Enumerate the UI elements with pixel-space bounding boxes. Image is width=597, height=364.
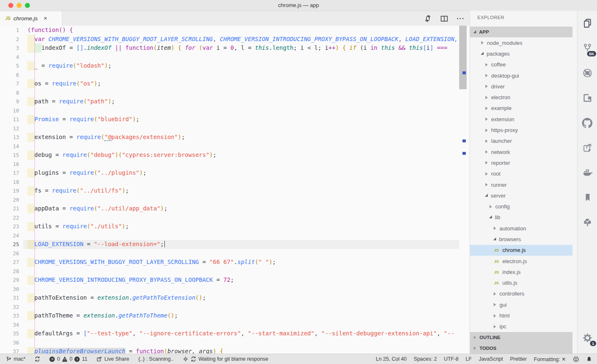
compare-changes-icon[interactable] xyxy=(424,15,432,22)
status-formatting[interactable]: Formatting: ✕ xyxy=(534,356,566,362)
activity-bar-extensions[interactable] xyxy=(577,89,597,107)
close-icon[interactable]: ✕ xyxy=(44,16,47,21)
code-line[interactable] xyxy=(27,142,460,151)
tree-folder-network[interactable]: network xyxy=(470,147,573,157)
activity-bar-source-control[interactable]: 5K xyxy=(577,39,597,57)
tree-folder-root[interactable]: root xyxy=(470,169,573,179)
tree-folder-runner[interactable]: runner xyxy=(470,179,573,190)
status-eol[interactable]: LF xyxy=(466,356,472,362)
tree-folder-extension[interactable]: extension xyxy=(470,114,573,125)
code-line[interactable]: CHROME_VERSION_INTRODUCING_PROXY_BYPASS_… xyxy=(27,276,460,285)
status-live-share[interactable]: Live Share xyxy=(96,356,129,362)
tree-folder-browsers[interactable]: browsers xyxy=(470,234,573,244)
editor-scrollbar[interactable] xyxy=(459,26,467,89)
tree-folder-controllers[interactable]: controllers xyxy=(470,288,573,299)
code-line[interactable] xyxy=(27,195,460,205)
code-line[interactable] xyxy=(27,106,460,115)
code-line[interactable]: appData = require("../util/app_data"); xyxy=(27,204,460,213)
tree-folder-node_modules[interactable]: node_modules xyxy=(470,37,573,48)
code-line[interactable]: indexOf = [].indexOf || function(item) {… xyxy=(27,44,460,53)
tree-folder-config[interactable]: config xyxy=(470,201,573,212)
code-line[interactable]: CHROME_VERSIONS_WITH_BUGGY_ROOT_LAYER_SC… xyxy=(27,258,460,267)
split-editor-icon[interactable] xyxy=(440,15,448,23)
tree-folder-packages[interactable]: packages xyxy=(470,48,573,59)
activity-bar-settings[interactable]: 1 xyxy=(577,329,597,347)
code-line[interactable]: extension = require("@packages/extension… xyxy=(27,133,460,142)
status-cursor-position[interactable]: Ln 25, Col 40 xyxy=(376,356,406,362)
more-actions-icon[interactable]: ··· xyxy=(457,15,465,22)
tree-folder-automation[interactable]: automation xyxy=(470,223,573,234)
code-line[interactable] xyxy=(27,320,460,330)
code-line[interactable]: defaultArgs = ["--test-type", "--ignore-… xyxy=(27,329,460,338)
status-sync[interactable] xyxy=(34,356,40,362)
tree-folder-gui[interactable]: gui xyxy=(470,299,573,310)
code-line[interactable] xyxy=(27,160,460,169)
code-line[interactable]: os = require("os"); xyxy=(27,79,460,88)
activity-bar-live-share[interactable] xyxy=(577,139,597,157)
code-line[interactable] xyxy=(27,124,460,133)
code-line[interactable] xyxy=(27,249,460,258)
code-line[interactable] xyxy=(27,285,460,294)
code-line[interactable] xyxy=(27,338,460,347)
status-encoding[interactable]: UTF-8 xyxy=(444,356,458,362)
status-formatter[interactable]: Prettier xyxy=(510,356,527,362)
code-line[interactable] xyxy=(27,231,460,240)
activity-bar-todo-tree[interactable] xyxy=(577,213,597,232)
tree-file-chrome.js[interactable]: JSchrome.js xyxy=(470,245,573,256)
activity-bar-github[interactable] xyxy=(577,114,597,132)
code-line[interactable] xyxy=(27,88,460,98)
tree-folder-launcher[interactable]: launcher xyxy=(470,136,573,147)
tree-folder-coffee[interactable]: coffee xyxy=(470,59,573,70)
status-problems[interactable]: ✕0!0i11 xyxy=(49,356,87,362)
tree-folder-ipc[interactable]: ipc xyxy=(470,321,573,332)
tree-file-utils.js[interactable]: JSutils.js xyxy=(470,278,573,288)
tree-folder-example[interactable]: example xyxy=(470,103,573,114)
status-language[interactable]: JavaScript xyxy=(479,356,503,362)
tab-chrome-js[interactable]: JS chrome.js ✕ xyxy=(0,11,62,26)
activity-bar-debug[interactable] xyxy=(577,64,597,82)
code-line[interactable] xyxy=(27,178,460,187)
editor-pane[interactable]: 1234567891011121314151617181920212223242… xyxy=(0,26,470,354)
code-line[interactable]: pathToExtension = extension.getPathToExt… xyxy=(27,293,460,303)
code-line[interactable]: Promise = require("bluebird"); xyxy=(27,115,460,124)
activity-bar-bookmarks[interactable] xyxy=(577,188,597,207)
code-line[interactable] xyxy=(27,71,460,80)
section-header-todos[interactable]: TODOS xyxy=(470,343,573,354)
status-git-branch[interactable]: mac* xyxy=(6,356,25,362)
tree-folder-electron[interactable]: electron xyxy=(470,92,573,103)
tree-folder-server[interactable]: server xyxy=(470,190,573,201)
tree-file-index.js[interactable]: JSindex.js xyxy=(470,266,573,277)
code-line[interactable]: pathToTheme = extension.getPathToTheme()… xyxy=(27,311,460,320)
code-line[interactable] xyxy=(27,53,460,62)
code-line[interactable]: (function() { xyxy=(27,26,460,35)
tree-folder-lib[interactable]: lib xyxy=(470,212,573,223)
code-line[interactable]: LOAD_EXTENSION = "--load-extension="; xyxy=(27,240,460,249)
section-header-outline[interactable]: OUTLINE xyxy=(470,332,573,343)
tree-folder-reporter[interactable]: reporter xyxy=(470,157,573,168)
tree-folder-desktop-gui[interactable]: desktop-gui xyxy=(470,70,573,81)
code-line[interactable]: fs = require("../util/fs"); xyxy=(27,186,460,195)
section-header-app[interactable]: APP xyxy=(470,27,573,37)
tree-folder-driver[interactable]: driver xyxy=(470,81,573,92)
code-line[interactable] xyxy=(27,213,460,222)
code-line[interactable]: plugins = require("../plugins"); xyxy=(27,169,460,178)
status-indentation[interactable]: Spaces: 2 xyxy=(414,356,437,362)
status-notifications[interactable] xyxy=(586,356,592,362)
code-line[interactable]: _ = require("lodash"); xyxy=(27,61,460,71)
code-line[interactable]: debug = require("debug")("cypress:server… xyxy=(27,151,460,160)
status-spell-checker[interactable]: {..} : Scanning.. xyxy=(138,356,174,362)
code-area[interactable]: (function() {var CHROME_VERSIONS_WITH_BU… xyxy=(27,26,460,354)
status-git-blame[interactable]: Waiting for git blame response xyxy=(183,356,268,362)
tree-folder-html[interactable]: html xyxy=(470,310,573,321)
code-line[interactable]: utils = require("./utils"); xyxy=(27,222,460,231)
tree-folder-https-proxy[interactable]: https-proxy xyxy=(470,125,573,135)
code-line[interactable]: var CHROME_VERSIONS_WITH_BUGGY_ROOT_LAYE… xyxy=(27,35,460,44)
tree-file-electron.js[interactable]: JSelectron.js xyxy=(470,256,573,266)
code-line[interactable] xyxy=(27,267,460,276)
code-line[interactable] xyxy=(27,303,460,312)
status-feedback[interactable] xyxy=(573,356,579,362)
activity-bar-explorer[interactable] xyxy=(577,14,597,32)
activity-bar-docker[interactable] xyxy=(577,164,597,182)
code-line[interactable]: pluginsBeforeBrowserLaunch = function(br… xyxy=(27,347,460,354)
code-line[interactable]: path = require("path"); xyxy=(27,97,460,106)
